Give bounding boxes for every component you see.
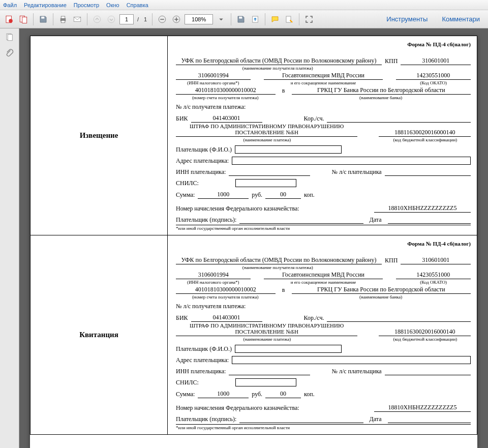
menubar: Файл Редактирование Просмотр Окно Справк… [0, 0, 488, 10]
note-icon[interactable] [269, 13, 281, 25]
gai-sub: и его сокращенное наименование [264, 80, 383, 85]
save-icon[interactable] [37, 13, 49, 25]
tools-panel-button[interactable]: Инструменты [381, 13, 433, 25]
payer-fio-label: Плательщик (Ф.И.О.) [176, 345, 232, 353]
section-title: Квитанция [30, 235, 168, 435]
attachments-icon[interactable] [4, 48, 15, 59]
kbk-value: 18811630020016000140 [379, 128, 471, 137]
sidebar [0, 28, 19, 448]
menu-help[interactable]: Справка [127, 2, 148, 8]
payer-inn-label: ИНН плательщика: [176, 368, 226, 375]
svg-rect-3 [22, 17, 27, 23]
kbk-value: 18811630020016000140 [379, 327, 471, 336]
kop-label: коп. [304, 191, 315, 199]
date-value [388, 216, 471, 224]
page-down-icon[interactable] [105, 13, 117, 25]
page-up-icon[interactable] [91, 13, 103, 25]
svg-rect-4 [41, 16, 44, 18]
inn-sub: (ИНН налогового органа*) [176, 80, 251, 85]
in-label: в [279, 87, 289, 95]
bik-label: БИК [176, 314, 188, 322]
fullscreen-icon[interactable] [303, 13, 315, 25]
okato-sub: (Код ОКАТО) [396, 280, 471, 285]
inn-value: 3106001994 [176, 71, 251, 80]
page-sep: / [137, 16, 139, 22]
comments-panel-button[interactable]: Комментари [437, 13, 485, 25]
svg-rect-6 [61, 16, 65, 19]
gai-value: Госавтоинспекция МВД России [264, 271, 382, 279]
document-canvas[interactable]: Извещение Форма № ПД-4 сб(налог) УФК по … [19, 28, 488, 448]
bik-value: 041403001 [191, 114, 262, 123]
svg-point-9 [94, 16, 101, 23]
sum-kop-value: 00 [265, 190, 301, 199]
menu-file[interactable]: Файл [3, 2, 17, 8]
payment-sub: (наименование платежа) [176, 137, 358, 142]
date-value [388, 415, 471, 423]
form-body: Форма № ПД-4 сб(налог) УФК по Белгородск… [168, 235, 477, 435]
payer-fio-label: Плательщик (Ф.И.О.) [176, 146, 232, 154]
menu-edit[interactable]: Редактирование [24, 2, 67, 8]
zoom-out-icon[interactable] [156, 13, 168, 25]
form-number: Форма № ПД-4 сб(налог) [176, 41, 471, 47]
zoom-input[interactable] [185, 14, 213, 24]
payer-addr-box [232, 356, 471, 364]
save2-icon[interactable] [235, 13, 247, 25]
bik-label: БИК [176, 115, 188, 123]
svg-point-1 [9, 19, 13, 23]
section-title: Извещение [30, 36, 168, 235]
account-sub: (номер счета получателя платежа) [176, 95, 274, 100]
export-icon[interactable] [249, 13, 261, 25]
svg-rect-13 [239, 16, 242, 18]
date-label: Дата [370, 216, 382, 224]
bank-sub: (наименование банка) [291, 95, 471, 100]
menu-window[interactable]: Окно [106, 2, 119, 8]
in-label: в [279, 286, 289, 294]
kpp-value: 310601001 [401, 56, 471, 65]
okato-value: 14230551000 [396, 271, 471, 279]
snils-label: СНИЛС: [176, 379, 199, 386]
zoom-in-icon[interactable] [170, 13, 182, 25]
kor-value [327, 114, 471, 123]
menu-view[interactable]: Просмотр [74, 2, 99, 8]
payment-name: ШТРАФ ПО АДМИНИСТРАТИВНОМУ ПРАВОНАРУШЕНИ… [176, 123, 357, 137]
page-number-input[interactable] [119, 14, 134, 24]
account-value: 40101810300000010002 [176, 285, 276, 294]
kor-label: Кор./сч. [304, 115, 324, 123]
recipient-sub: (наименование получателя платежа) [176, 66, 379, 71]
gai-sub: и его сокращенное наименование [264, 280, 383, 285]
payer-addr-label: Адрес плательщика: [176, 356, 229, 364]
kbk-sub: (код бюджетной классификации) [380, 337, 471, 342]
snils-label: СНИЛС: [176, 180, 199, 187]
kop-label: коп. [304, 391, 315, 398]
sign-label: Плательщик (подпись): [176, 415, 236, 423]
mail-icon[interactable] [71, 13, 83, 25]
pdf-create-icon[interactable] [3, 13, 15, 25]
snils-box [235, 179, 296, 187]
svg-rect-7 [61, 20, 65, 23]
sum-rub-value: 1000 [198, 390, 249, 398]
sum-kop-value: 00 [265, 390, 301, 398]
bik-value: 041403001 [191, 313, 262, 322]
payer-addr-box [232, 157, 471, 165]
account-value: 40101810300000010002 [176, 86, 276, 95]
treasury-value: 18810ХНБНZZZZZZZZZ5 [374, 204, 471, 213]
recipient: УФК по Белгородской области (ОМВД России… [176, 256, 382, 264]
treasury-value: 18810ХНБНZZZZZZZZZ5 [374, 403, 471, 412]
payer-addr-label: Адрес плательщика: [176, 157, 229, 165]
zoom-dropdown-icon[interactable] [215, 13, 227, 25]
payer-fio-box [235, 345, 342, 353]
okato-value: 14230551000 [396, 71, 471, 80]
highlight-icon[interactable] [283, 13, 295, 25]
payment-name: ШТРАФ ПО АДМИНИСТРАТИВНОМУ ПРАВОНАРУШЕНИ… [176, 322, 357, 336]
sum-label: Сумма: [176, 391, 195, 398]
payer-ls-label: № л/с плательщика [331, 368, 381, 375]
pdf-combine-icon[interactable] [17, 13, 29, 25]
rub-label: руб. [252, 391, 262, 398]
thumbnails-icon[interactable] [4, 32, 15, 43]
date-label: Дата [370, 415, 382, 423]
rub-label: руб. [252, 191, 262, 199]
bank-sub: (наименование банка) [291, 294, 471, 300]
payer-fio-box [235, 145, 342, 154]
print-icon[interactable] [57, 13, 69, 25]
snils-box [235, 378, 296, 386]
